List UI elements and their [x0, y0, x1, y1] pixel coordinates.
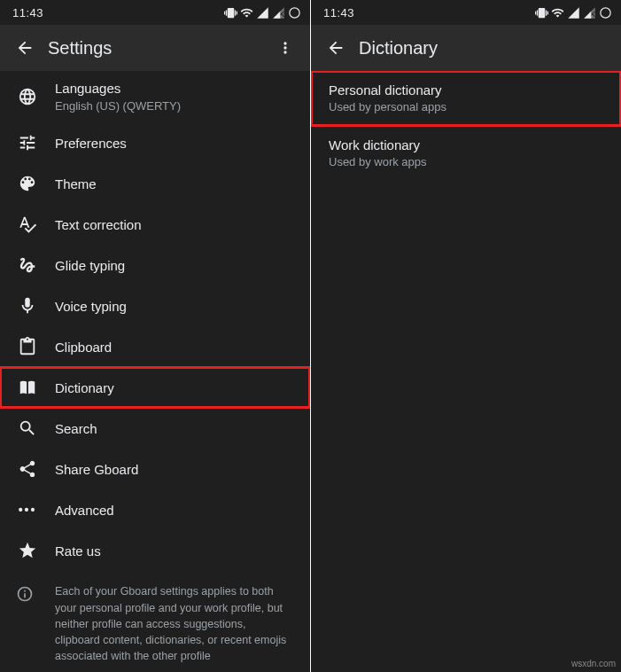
settings-item-label: Search [55, 420, 296, 438]
overflow-menu-button[interactable] [268, 30, 303, 66]
app-bar-title: Dictionary [353, 38, 614, 59]
settings-item-glide-typing[interactable]: Glide typing [0, 245, 310, 285]
settings-item-dictionary[interactable]: Dictionary [0, 367, 310, 408]
settings-item-search[interactable]: Search [0, 408, 310, 449]
circle-icon [599, 6, 612, 20]
back-button[interactable] [318, 30, 353, 66]
settings-item-share-gboard[interactable]: Share Gboard [0, 449, 310, 489]
gesture-icon [18, 255, 37, 275]
settings-item-label: Theme [55, 176, 296, 193]
star-icon [18, 541, 37, 560]
more-vert-icon [276, 39, 294, 57]
settings-item-rate-us[interactable]: Rate us [0, 530, 310, 571]
back-button[interactable] [7, 30, 43, 66]
dictionary-item-label: Work dictionary [329, 137, 607, 154]
status-icons [535, 6, 612, 20]
settings-item-clipboard[interactable]: Clipboard [0, 326, 310, 367]
settings-list: Languages English (US) (QWERTY) Preferen… [0, 71, 310, 672]
app-bar-title: Settings [43, 38, 268, 59]
status-icons [224, 6, 301, 20]
settings-item-languages[interactable]: Languages English (US) (QWERTY) [0, 71, 310, 122]
settings-item-label: Preferences [55, 135, 296, 152]
status-bar: 11:43 [311, 0, 621, 25]
settings-item-sub: English (US) (QWERTY) [55, 99, 296, 114]
settings-item-theme[interactable]: Theme [0, 163, 310, 204]
dictionary-item-label: Personal dictionary [329, 82, 607, 99]
screen-settings: 11:43 Settings Languages English (US) (Q… [0, 0, 310, 672]
watermark: wsxdn.com [571, 659, 616, 668]
palette-icon [18, 174, 37, 193]
settings-item-label: Clipboard [55, 339, 296, 356]
arrow-back-icon [326, 38, 345, 58]
cell-x-icon [272, 6, 285, 20]
dictionary-item-sub: Used by work apps [329, 155, 607, 170]
settings-info-note: Each of your Gboard settings applies to … [0, 571, 310, 672]
circle-icon [288, 6, 301, 20]
screen-dictionary: 11:43 Dictionary Personal dictionary Use… [311, 0, 621, 672]
settings-item-preferences[interactable]: Preferences [0, 122, 310, 163]
settings-item-label: Rate us [55, 543, 296, 560]
signal-icon [567, 6, 580, 20]
globe-icon [18, 87, 37, 106]
arrow-back-icon [15, 38, 35, 58]
settings-item-label: Advanced [55, 502, 296, 520]
wifi-icon [551, 6, 564, 20]
info-text: Each of your Gboard settings applies to … [55, 583, 292, 664]
dictionary-item-work[interactable]: Work dictionary Used by work apps [311, 126, 621, 181]
search-icon [18, 418, 37, 438]
settings-item-voice-typing[interactable]: Voice typing [0, 285, 310, 326]
settings-item-label: Voice typing [55, 298, 296, 316]
book-icon [18, 378, 37, 397]
app-bar-dictionary: Dictionary [311, 25, 621, 71]
dictionary-list: Personal dictionary Used by personal app… [311, 71, 621, 672]
dictionary-item-personal[interactable]: Personal dictionary Used by personal app… [311, 71, 621, 126]
cell-x-icon [583, 6, 596, 20]
signal-icon [256, 6, 269, 20]
spellcheck-icon [18, 215, 37, 234]
share-icon [18, 459, 37, 479]
settings-item-label: Text correction [55, 216, 296, 234]
vibrate-icon [224, 6, 237, 20]
wifi-icon [240, 6, 253, 20]
vibrate-icon [535, 6, 548, 20]
status-bar: 11:43 [0, 0, 310, 25]
status-time: 11:43 [12, 6, 43, 20]
info-icon [16, 585, 34, 603]
tune-icon [18, 133, 37, 152]
app-bar-settings: Settings [0, 25, 310, 71]
settings-item-text-correction[interactable]: Text correction [0, 204, 310, 245]
clipboard-icon [18, 337, 37, 356]
status-time: 11:43 [323, 6, 354, 20]
settings-item-label: Share Gboard [55, 461, 296, 479]
settings-item-label: Glide typing [55, 257, 296, 275]
dictionary-item-sub: Used by personal apps [329, 100, 607, 115]
settings-item-label: Dictionary [55, 379, 296, 397]
mic-icon [18, 296, 37, 316]
settings-item-label: Languages [55, 80, 296, 98]
settings-item-advanced[interactable]: ••• Advanced [0, 489, 310, 530]
more-horiz-icon: ••• [19, 503, 37, 517]
